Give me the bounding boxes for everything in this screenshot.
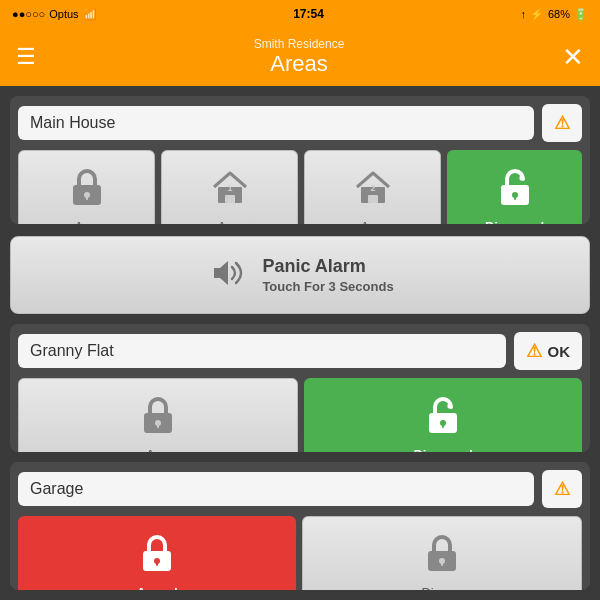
- disarmed-label-main-house: Disarmed: [485, 219, 544, 224]
- status-bar-right: ↑ ⚡ 68% 🔋: [520, 8, 588, 21]
- area-card-granny-flat: Granny Flat ⚠ OK Arm: [10, 324, 590, 452]
- arm-button-home2[interactable]: 2 Arm: [304, 150, 441, 224]
- button-grid-main-house: Arm 1 Arm: [18, 150, 582, 224]
- arm-label-home1: Arm: [218, 219, 242, 224]
- ok-label-granny-flat: OK: [548, 343, 571, 360]
- arm-label-granny-flat: Arm: [146, 447, 170, 452]
- disarmed-button-main-house[interactable]: Disarmed: [447, 150, 582, 224]
- svg-rect-11: [514, 195, 516, 200]
- disarmed-label-granny-flat: Disarmed: [413, 447, 472, 452]
- arm-label-standard: Arm: [75, 219, 99, 224]
- menu-button[interactable]: ☰: [16, 46, 36, 68]
- button-grid-garage: Armed Disarm: [18, 516, 582, 590]
- arm-button-standard[interactable]: Arm: [18, 150, 155, 224]
- content-area: Main House ⚠ Arm: [0, 86, 600, 600]
- warning-icon-main-house: ⚠: [554, 112, 570, 134]
- lock-icon-standard: [65, 165, 109, 213]
- warning-icon-granny-flat: ⚠: [526, 340, 542, 362]
- lock-icon-granny-flat: [136, 393, 180, 441]
- svg-rect-7: [368, 195, 378, 203]
- area-status-granny-flat: ⚠ OK: [514, 332, 583, 370]
- warning-icon-garage: ⚠: [554, 478, 570, 500]
- time-display: 17:54: [293, 7, 324, 21]
- area-status-garage: ⚠: [542, 470, 582, 508]
- header-title-group: Smith Residence Areas: [36, 37, 562, 77]
- svg-text:2: 2: [370, 183, 375, 193]
- disarm-label-garage: Disarm: [421, 585, 462, 590]
- home2-icon: 2: [351, 165, 395, 213]
- panic-text-group: Panic Alarm Touch For 3 Seconds: [262, 256, 393, 294]
- svg-rect-17: [442, 423, 444, 428]
- svg-rect-14: [157, 423, 159, 428]
- area-name-main-house: Main House: [18, 106, 534, 140]
- armed-button-garage[interactable]: Armed: [18, 516, 296, 590]
- lock-open-icon-granny-flat: [421, 393, 465, 441]
- area-card-garage: Garage ⚠ Armed: [10, 462, 590, 590]
- svg-rect-4: [225, 195, 235, 203]
- panic-subtitle: Touch For 3 Seconds: [262, 279, 393, 294]
- armed-label-garage: Armed: [136, 585, 177, 590]
- panic-title: Panic Alarm: [262, 256, 393, 277]
- area-status-main-house: ⚠: [542, 104, 582, 142]
- battery-label: 68%: [548, 8, 570, 20]
- svg-rect-23: [441, 561, 443, 566]
- lock-icon-garage-disarm: [420, 531, 464, 579]
- area-name-granny-flat: Granny Flat: [18, 334, 506, 368]
- status-bar: ●●○○○ Optus 📶 17:54 ↑ ⚡ 68% 🔋: [0, 0, 600, 28]
- carrier-label: Optus: [49, 8, 78, 20]
- header-subtitle: Smith Residence: [36, 37, 562, 51]
- panic-alarm-button[interactable]: Panic Alarm Touch For 3 Seconds: [10, 236, 590, 314]
- area-header-garage: Garage ⚠: [18, 470, 582, 508]
- header-main-title: Areas: [36, 51, 562, 77]
- wifi-icon: 📶: [83, 8, 97, 21]
- app-header: ☰ Smith Residence Areas ✕: [0, 28, 600, 86]
- signal-dots: ●●○○○: [12, 8, 45, 20]
- disarm-button-garage[interactable]: Disarm: [302, 516, 582, 590]
- status-bar-left: ●●○○○ Optus 📶: [12, 8, 97, 21]
- battery-icon: 🔋: [574, 8, 588, 21]
- svg-rect-2: [86, 195, 88, 200]
- arm-button-home1[interactable]: 1 Arm: [161, 150, 298, 224]
- location-icon: ↑: [520, 8, 526, 20]
- close-button[interactable]: ✕: [562, 44, 584, 70]
- arm-button-granny-flat[interactable]: Arm: [18, 378, 298, 452]
- speaker-icon: [206, 253, 246, 297]
- button-grid-granny-flat: Arm Disarmed: [18, 378, 582, 452]
- area-header-main-house: Main House ⚠: [18, 104, 582, 142]
- disarmed-button-granny-flat[interactable]: Disarmed: [304, 378, 582, 452]
- arm-label-home2: Arm: [361, 219, 385, 224]
- bluetooth-icon: ⚡: [530, 8, 544, 21]
- svg-text:1: 1: [227, 183, 232, 193]
- area-header-granny-flat: Granny Flat ⚠ OK: [18, 332, 582, 370]
- lock-open-icon-main-house: [493, 165, 537, 213]
- svg-rect-20: [156, 561, 158, 566]
- lock-icon-garage-armed: [135, 531, 179, 579]
- home1-icon: 1: [208, 165, 252, 213]
- area-card-main-house: Main House ⚠ Arm: [10, 96, 590, 224]
- area-name-garage: Garage: [18, 472, 534, 506]
